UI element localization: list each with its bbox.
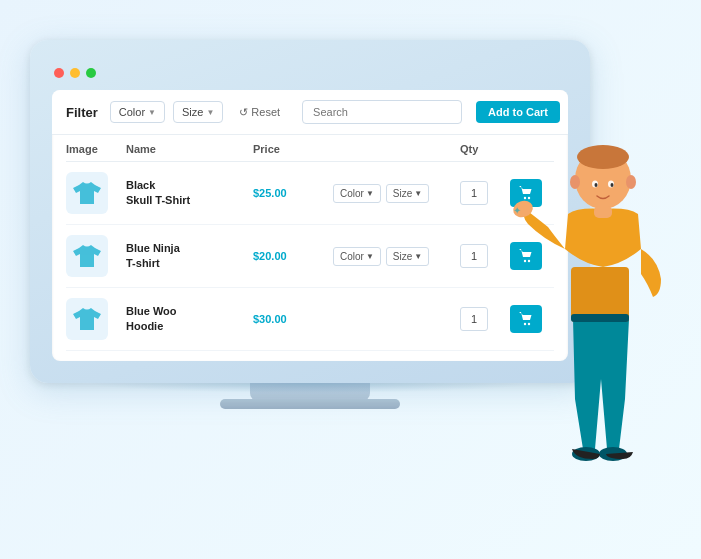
svg-point-14 xyxy=(570,175,580,189)
header-image: Image xyxy=(66,143,126,155)
reset-label: Reset xyxy=(251,106,280,118)
row-size-chevron-1: ▼ xyxy=(414,189,422,198)
reset-button[interactable]: ↺ Reset xyxy=(231,102,288,123)
row-size-button-2[interactable]: Size ▼ xyxy=(386,247,429,266)
search-input[interactable] xyxy=(302,100,462,124)
product-price-2: $20.00 xyxy=(253,250,333,262)
svg-point-18 xyxy=(595,183,598,187)
qty-2: 1 xyxy=(460,244,488,268)
tshirt-icon-3 xyxy=(72,306,102,332)
svg-text:✦: ✦ xyxy=(513,205,521,216)
product-name-1: BlackSkull T-Shirt xyxy=(126,178,253,209)
svg-rect-10 xyxy=(571,267,629,322)
filter-label: Filter xyxy=(66,105,98,120)
svg-point-15 xyxy=(626,175,636,189)
product-name-3: Blue WooHoodie xyxy=(126,304,253,335)
row-size-label-1: Size xyxy=(393,188,412,199)
row-filters-1: Color ▼ Size ▼ xyxy=(333,184,460,203)
row-color-label-1: Color xyxy=(340,188,364,199)
row-color-label-2: Color xyxy=(340,251,364,262)
tshirt-icon-2 xyxy=(72,243,102,269)
row-color-button-1[interactable]: Color ▼ xyxy=(333,184,381,203)
product-price-3: $30.00 xyxy=(253,313,333,325)
qty-3: 1 xyxy=(460,307,488,331)
color-chevron-icon: ▼ xyxy=(148,108,156,117)
row-filters-2: Color ▼ Size ▼ xyxy=(333,247,460,266)
header-options xyxy=(333,143,460,155)
header-price: Price xyxy=(253,143,333,155)
product-name-2: Blue NinjaT-shirt xyxy=(126,241,253,272)
color-filter-label: Color xyxy=(119,106,145,118)
header-name: Name xyxy=(126,143,253,155)
tshirt-icon-1 xyxy=(72,180,102,206)
dot-yellow xyxy=(70,68,80,78)
svg-point-7 xyxy=(577,145,629,169)
table-row: BlackSkull T-Shirt $25.00 Color ▼ Size ▼ xyxy=(66,162,554,225)
row-size-label-2: Size xyxy=(393,251,412,262)
product-image-3 xyxy=(66,298,108,340)
monitor-dots xyxy=(52,68,568,78)
color-filter-button[interactable]: Color ▼ xyxy=(110,101,165,123)
row-size-button-1[interactable]: Size ▼ xyxy=(386,184,429,203)
size-filter-button[interactable]: Size ▼ xyxy=(173,101,223,123)
qty-1: 1 xyxy=(460,181,488,205)
table-row: Blue NinjaT-shirt $20.00 Color ▼ Size ▼ xyxy=(66,225,554,288)
dot-red xyxy=(54,68,64,78)
row-size-chevron-2: ▼ xyxy=(414,252,422,261)
size-chevron-icon: ▼ xyxy=(206,108,214,117)
dot-green xyxy=(86,68,96,78)
svg-rect-9 xyxy=(594,206,612,218)
reset-icon: ↺ xyxy=(239,106,248,119)
product-image-2 xyxy=(66,235,108,277)
table-header: Image Name Price Qty xyxy=(66,135,554,162)
table-row: Blue WooHoodie $30.00 1 xyxy=(66,288,554,351)
monitor-base xyxy=(220,399,400,409)
monitor-screen: Filter Color ▼ Size ▼ ↺ Reset xyxy=(52,90,568,361)
product-image-1 xyxy=(66,172,108,214)
row-color-button-2[interactable]: Color ▼ xyxy=(333,247,381,266)
product-table: Image Name Price Qty xyxy=(52,135,568,361)
product-price-1: $25.00 xyxy=(253,187,333,199)
person-svg: ✦ xyxy=(493,119,673,549)
svg-point-19 xyxy=(611,183,614,187)
svg-rect-11 xyxy=(571,314,629,322)
row-color-chevron-2: ▼ xyxy=(366,252,374,261)
row-color-chevron-1: ▼ xyxy=(366,189,374,198)
size-filter-label: Size xyxy=(182,106,203,118)
toolbar: Filter Color ▼ Size ▼ ↺ Reset xyxy=(52,90,568,135)
person-illustration: ✦ xyxy=(493,119,673,549)
